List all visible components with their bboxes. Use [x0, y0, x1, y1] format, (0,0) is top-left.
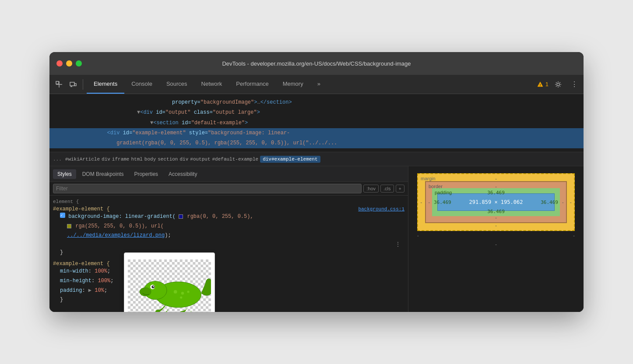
padding-value-top: 36.469	[487, 190, 505, 196]
breadcrumb: ... #wikiArticle div iframe html body se…	[49, 152, 584, 166]
border-value-left: -	[428, 200, 431, 205]
panel-tabs: Styles DOM Breakpoints Properties Access…	[49, 166, 408, 182]
tab-styles[interactable]: Styles	[53, 169, 76, 179]
svg-rect-3	[70, 82, 74, 86]
color-swatch-yellow[interactable]	[67, 224, 71, 228]
tab-performance[interactable]: Performance	[229, 75, 275, 94]
breadcrumb-item-iframe[interactable]: iframe	[112, 157, 130, 162]
devtools-tabs: Elements Console Sources Network Perform…	[87, 75, 535, 94]
lizard-image	[128, 256, 211, 312]
margin-label: margin	[421, 176, 436, 181]
border-value-right: -	[561, 200, 564, 205]
styles-selector: #example-element {	[53, 206, 110, 212]
styles-rule-2: #example-element { min-width: 100%; min-…	[53, 261, 404, 304]
style-prop-bg: background-image: linear-gradient( rgba(…	[53, 212, 404, 222]
hov-button[interactable]: :hov	[363, 185, 379, 192]
bg-link[interactable]: ../../media/examples/lizard.png	[67, 232, 165, 238]
tab-dom-breakpoints[interactable]: DOM Breakpoints	[78, 169, 128, 179]
style-prop-close-2: }	[53, 295, 404, 305]
devtools-main: property="backgroundImage">…</section> ▼…	[49, 94, 584, 312]
warning-badge[interactable]: ! 1	[537, 81, 549, 88]
svg-point-23	[180, 296, 182, 298]
style-prop-more: ⋮	[53, 241, 404, 248]
svg-rect-0	[56, 81, 59, 84]
tab-sources[interactable]: Sources	[159, 75, 194, 94]
html-line-selected-2: gradient(rgba(0, 0, 255, 0.5), rgba(255,…	[49, 138, 584, 148]
style-prop-bg-2: rga(255, 255, 0, 0.5)), url(	[53, 222, 404, 231]
svg-point-21	[181, 292, 184, 295]
style-prop-minh: min-height: 100%;	[53, 276, 404, 286]
html-line-2: ▼<div id="output" class="output large">	[49, 108, 584, 118]
styles-selector-2: #example-element {	[53, 261, 110, 267]
svg-point-19	[153, 286, 154, 287]
more-icon[interactable]: ⋮	[395, 241, 401, 248]
responsive-icon[interactable]	[67, 78, 79, 91]
styles-panel: Styles DOM Breakpoints Properties Access…	[49, 166, 408, 312]
minimize-button[interactable]	[66, 60, 72, 66]
devtools-toolbar: Elements Console Sources Network Perform…	[49, 75, 584, 94]
tab-memory[interactable]: Memory	[276, 75, 310, 94]
box-outer-dashes: - -	[417, 231, 575, 240]
html-line-3: ▼<section id="default-example">	[49, 118, 584, 128]
styles-source[interactable]: background.css:1	[358, 206, 404, 212]
tab-network[interactable]: Network	[194, 75, 229, 94]
image-preview-tooltip: 320 × 229 pixels	[124, 252, 215, 312]
title-bar: DevTools - developer.mozilla.org/en-US/d…	[49, 52, 584, 75]
filter-input[interactable]	[53, 184, 362, 193]
box-content: 291.859 × 195.062	[437, 193, 555, 211]
color-swatch-blue[interactable]	[179, 214, 183, 219]
breadcrumb-item-div2[interactable]: div	[179, 157, 188, 162]
margin-value-right: -	[569, 200, 572, 205]
cls-button[interactable]: .cls	[380, 185, 394, 192]
toolbar-right: ! 1 ⋮	[537, 78, 580, 91]
devtools-window: DevTools - developer.mozilla.org/en-US/d…	[49, 52, 584, 312]
add-rule-button[interactable]: +	[396, 185, 404, 192]
breadcrumb-item-default-example[interactable]: #default-example	[212, 157, 259, 162]
window-title: DevTools - developer.mozilla.org/en-US/d…	[222, 60, 411, 67]
box-border: border - - - - padding 36.469 36.469 36.…	[425, 181, 567, 223]
box-outer-bottom: -	[417, 240, 575, 248]
lower-content: Styles DOM Breakpoints Properties Access…	[49, 166, 584, 312]
box-dash-left: -	[417, 233, 419, 238]
tab-properties[interactable]: Properties	[130, 169, 162, 179]
styles-filter-bar: :hov .cls +	[49, 182, 408, 196]
property-checkbox[interactable]	[60, 213, 65, 218]
box-model-panel: margin - - - - border - - - -	[408, 166, 584, 312]
breadcrumb-item-selected[interactable]: div#example-element	[260, 156, 320, 163]
box-dash-bottom: -	[495, 242, 497, 247]
margin-value-bottom: -	[495, 223, 498, 228]
box-model-container: margin - - - - border - - - -	[417, 173, 575, 248]
settings-icon[interactable]	[552, 78, 564, 91]
close-button[interactable]	[56, 60, 63, 66]
breadcrumb-dots: ...	[53, 157, 62, 162]
style-prop-close: }	[53, 248, 404, 258]
breadcrumb-item-section[interactable]: section	[158, 157, 178, 162]
box-dash-right: -	[573, 233, 575, 238]
html-line-1: property="backgroundImage">…</section>	[49, 98, 584, 108]
breadcrumb-item-div1[interactable]: div	[102, 157, 110, 162]
svg-point-20	[174, 290, 177, 294]
padding-value-left: 36.469	[434, 200, 451, 205]
breadcrumb-item-body[interactable]: body	[144, 157, 156, 162]
html-panel: property="backgroundImage">…</section> ▼…	[49, 94, 584, 152]
inspector-icon[interactable]	[53, 78, 65, 91]
more-options-icon[interactable]: ⋮	[568, 78, 580, 91]
content-dimensions: 291.859 × 195.062	[469, 199, 523, 205]
traffic-lights	[56, 60, 82, 66]
styles-content: element {	[49, 196, 408, 312]
breadcrumb-item-output[interactable]: #output	[190, 157, 210, 162]
svg-text:!: !	[539, 83, 541, 87]
tab-console[interactable]: Console	[124, 75, 159, 94]
html-line-selected: <div id="example-element" style="backgro…	[49, 128, 584, 138]
breadcrumb-item-html[interactable]: html	[131, 157, 142, 162]
tab-more[interactable]: »	[310, 75, 327, 94]
svg-point-8	[557, 83, 559, 86]
tab-accessibility[interactable]: Accessibility	[164, 169, 201, 179]
toolbar-separator	[83, 79, 83, 90]
padding-value-right: 36.469	[541, 200, 558, 205]
tab-elements[interactable]: Elements	[87, 75, 124, 94]
style-prop-minw: min-width: 100%;	[53, 267, 404, 276]
svg-point-22	[187, 290, 189, 293]
maximize-button[interactable]	[76, 60, 82, 66]
breadcrumb-item-wikiarticle[interactable]: #wikiArticle	[65, 157, 100, 162]
